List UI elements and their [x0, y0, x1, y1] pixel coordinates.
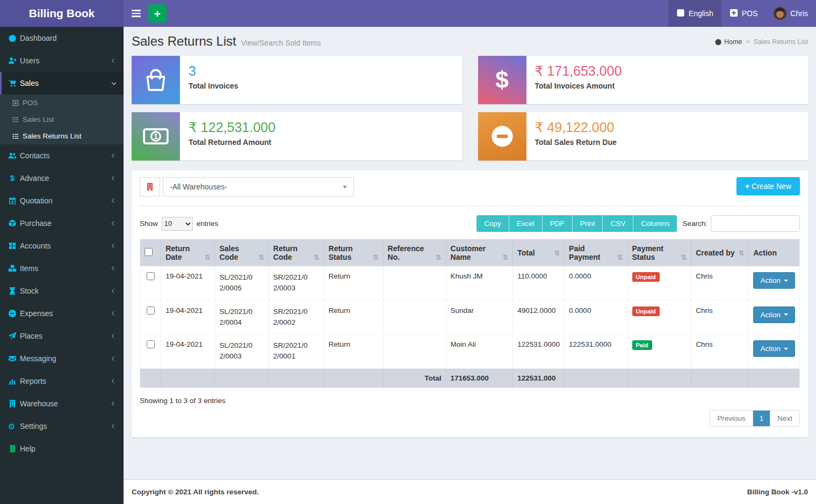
- copy-button[interactable]: Copy: [476, 215, 509, 232]
- return-status-cell: Return: [324, 334, 383, 369]
- action-dropdown-button[interactable]: Action: [753, 272, 795, 289]
- building-icon: [140, 177, 160, 196]
- table-controls: Show 10 entries Copy Excel PDF Print CSV…: [140, 215, 800, 232]
- col-paid-payment[interactable]: Paid Payment⇅: [565, 239, 627, 267]
- warehouse-select[interactable]: -All Warehouses-: [163, 177, 354, 196]
- breadcrumb: Home > Sales Returns List: [714, 38, 808, 46]
- reference-no-cell: [383, 334, 446, 369]
- entries-label: entries: [197, 220, 219, 228]
- chevron-left-icon: [112, 221, 116, 225]
- sidebar-item-label: Settings: [20, 422, 112, 430]
- chevron-left-icon: [112, 289, 116, 293]
- row-checkbox[interactable]: [147, 340, 155, 348]
- sidebar-item-warehouse[interactable]: Warehouse: [0, 392, 124, 415]
- columns-button[interactable]: Columns: [633, 215, 677, 232]
- sidebar-subitem-sales-returns-list[interactable]: Sales Returns List: [0, 128, 124, 144]
- table-summary: Showing 1 to 3 of 3 entries: [140, 397, 800, 405]
- user-menu[interactable]: Chris: [766, 0, 816, 27]
- sidebar-item-accounts[interactable]: Accounts: [0, 235, 124, 257]
- row-select-cell: [140, 266, 161, 300]
- sales-returns-panel: -All Warehouses- + Create New Show 10 en…: [132, 171, 808, 437]
- sidebar-item-contacts[interactable]: Contacts: [0, 144, 124, 167]
- sidebar-item-expenses[interactable]: Expenses: [0, 302, 124, 325]
- quick-add-button[interactable]: +: [148, 4, 167, 23]
- sidebar-item-places[interactable]: Places: [0, 325, 124, 347]
- row-checkbox[interactable]: [147, 272, 155, 280]
- page-length-select[interactable]: 10: [162, 217, 193, 231]
- table-header-row: Return Date⇅ Sales Code⇅ Return Code⇅ Re…: [140, 239, 800, 267]
- sidebar-item-messaging[interactable]: Messaging: [0, 347, 124, 370]
- list-icon: [12, 116, 23, 123]
- reference-no-cell: [383, 266, 446, 300]
- payment-status-cell: Unpaid: [627, 300, 691, 334]
- sort-icon: ⇅: [736, 249, 744, 257]
- sidebar-subitem-sales-list[interactable]: Sales List: [0, 111, 124, 128]
- table-row: 19-04-2021 SL/2021/02/0004 SR/2021/02/00…: [140, 300, 800, 334]
- select-all-checkbox[interactable]: [145, 248, 153, 256]
- card-total-invoices-amount: $ ₹ 171,653.000 Total Invoices Amount: [478, 56, 808, 104]
- banknote-icon: 1: [132, 112, 180, 160]
- total-cell: 122531.0000: [513, 334, 565, 369]
- sidebar-item-quotation[interactable]: Quotation: [0, 189, 124, 212]
- footer-paid-value: 122531.000: [513, 368, 565, 388]
- col-sales-code[interactable]: Sales Code⇅: [215, 239, 269, 267]
- sidebar-item-help[interactable]: Help: [0, 437, 124, 460]
- sidebar-item-reports[interactable]: Reports: [0, 370, 124, 392]
- chevron-left-icon: [112, 356, 116, 361]
- card-label: Total Invoices: [189, 82, 238, 90]
- chevron-left-icon: [112, 424, 116, 428]
- page-subtitle: View/Search Sold Items: [241, 39, 321, 47]
- sidebar-item-purchase[interactable]: Purchase: [0, 212, 124, 235]
- action-dropdown-button[interactable]: Action: [753, 340, 795, 357]
- sidebar-item-dashboard[interactable]: Dashboard: [0, 27, 124, 49]
- gears-icon: ⚙: [8, 422, 20, 430]
- dashboard-icon: [8, 34, 20, 42]
- breadcrumb-home[interactable]: Home: [714, 38, 742, 46]
- hamburger-menu-icon[interactable]: [124, 0, 148, 27]
- plus-icon: +: [745, 182, 749, 191]
- plus-square-icon: [730, 9, 738, 19]
- col-created-by[interactable]: Created by⇅: [691, 239, 749, 267]
- sidebar-item-label: Stock: [20, 287, 112, 295]
- calendar-plus-icon: [8, 196, 20, 205]
- pdf-button[interactable]: PDF: [543, 215, 573, 232]
- col-total[interactable]: Total⇅: [513, 239, 565, 267]
- total-cell: 110.0000: [513, 266, 565, 300]
- pagination-previous[interactable]: Previous: [710, 411, 753, 426]
- col-return-code[interactable]: Return Code⇅: [269, 239, 324, 267]
- col-reference-no[interactable]: Reference No.⇅: [383, 239, 446, 267]
- col-return-date[interactable]: Return Date⇅: [161, 239, 215, 267]
- status-badge: Unpaid: [632, 272, 660, 282]
- sidebar-subitem-pos[interactable]: POS: [0, 94, 124, 111]
- col-return-status[interactable]: Return Status⇅: [324, 239, 383, 267]
- col-customer-name[interactable]: Customer Name⇅: [446, 239, 513, 267]
- row-checkbox[interactable]: [147, 306, 155, 315]
- version-text: Billing Book -v1.0: [747, 488, 808, 496]
- sidebar-item-advance[interactable]: $ Advance: [0, 167, 124, 189]
- caret-down-icon: [784, 348, 788, 350]
- sidebar-item-items[interactable]: Items: [0, 257, 124, 280]
- chevron-left-icon: [112, 311, 116, 316]
- sidebar-item-sales[interactable]: Sales: [0, 72, 124, 94]
- card-value: ₹ 171,653.000: [535, 63, 622, 79]
- pos-button[interactable]: POS: [721, 0, 766, 27]
- created-by-cell: Chris: [691, 266, 749, 300]
- sort-icon: ⇅: [434, 253, 442, 261]
- sidebar: Billing Book Dashboard Users Sales: [0, 0, 124, 504]
- paid-payment-cell: 122531.0000: [565, 334, 627, 369]
- app-logo[interactable]: Billing Book: [0, 0, 124, 27]
- csv-button[interactable]: CSV: [603, 215, 633, 232]
- action-dropdown-button[interactable]: Action: [753, 306, 795, 323]
- sidebar-item-stock[interactable]: Stock: [0, 280, 124, 302]
- select-all-header[interactable]: [140, 239, 161, 267]
- pagination-page-1[interactable]: 1: [753, 411, 770, 426]
- language-menu[interactable]: English: [668, 0, 721, 27]
- col-payment-status[interactable]: Payment Status⇅: [627, 239, 691, 267]
- pagination-next[interactable]: Next: [770, 411, 799, 426]
- sidebar-item-settings[interactable]: ⚙ Settings: [0, 415, 124, 437]
- search-input[interactable]: [711, 215, 800, 232]
- excel-button[interactable]: Excel: [509, 215, 543, 232]
- create-new-button[interactable]: + Create New: [736, 177, 800, 195]
- sidebar-item-users[interactable]: Users: [0, 49, 124, 72]
- print-button[interactable]: Print: [573, 215, 603, 232]
